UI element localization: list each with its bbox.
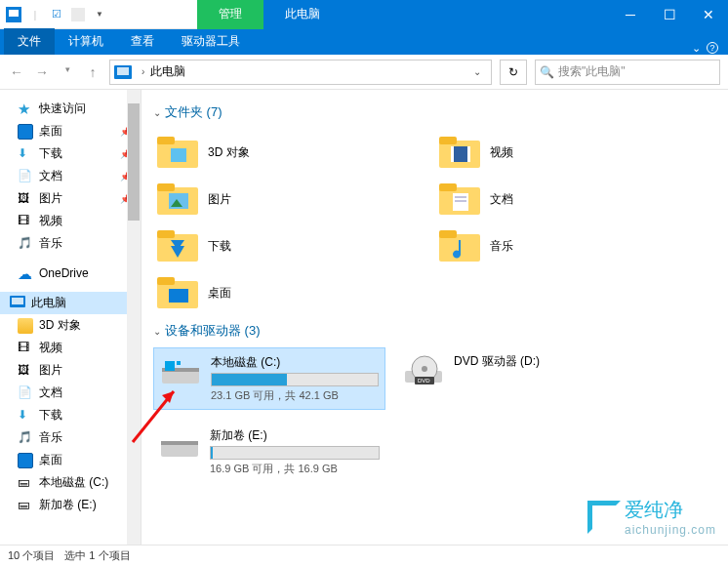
sidebar-label: 文档	[39, 168, 62, 184]
sidebar-label: 音乐	[39, 235, 62, 252]
sidebar-quick-access[interactable]: ★ 快速访问	[0, 98, 141, 120]
sidebar-item-videos2[interactable]: 🎞视频	[0, 337, 141, 359]
folder-icon	[439, 135, 480, 170]
sidebar-label: 视频	[39, 213, 62, 229]
folder-grid: 3D 对象 视频 图片 文档 下载 音乐 桌面	[153, 129, 716, 316]
maximize-button[interactable]: ☐	[650, 0, 689, 29]
folder-label: 3D 对象	[208, 144, 250, 161]
folder-music[interactable]: 音乐	[435, 222, 717, 269]
drive-info: 新加卷 (E:) 16.9 GB 可用，共 16.9 GB	[210, 427, 380, 476]
group-folders[interactable]: ⌄文件夹 (7)	[153, 103, 716, 121]
drive-bar-fill	[211, 447, 213, 459]
sidebar-label: 文档	[39, 384, 62, 401]
sidebar-thispc[interactable]: 此电脑	[0, 292, 141, 314]
drive-name: DVD 驱动器 (D:)	[454, 353, 624, 370]
sidebar-scrollbar[interactable]	[127, 90, 141, 545]
download-icon: ⬇	[18, 146, 33, 162]
sidebar-item-documents[interactable]: 📄文档📌	[0, 165, 141, 187]
sidebar-item-downloads2[interactable]: ⬇下载	[0, 404, 141, 426]
minimize-button[interactable]: ─	[611, 0, 650, 29]
sidebar-item-drive-e[interactable]: 🖴新加卷 (E:)	[0, 494, 141, 516]
refresh-button[interactable]: ↻	[500, 60, 527, 85]
drive-e[interactable]: 新加卷 (E:) 16.9 GB 可用，共 16.9 GB	[153, 422, 385, 482]
folder-label: 视频	[490, 144, 513, 161]
folder-label: 桌面	[208, 285, 231, 302]
navbar: ← → ▾ ↑ › 此电脑 ⌄ ↻ 🔍 搜索"此电脑"	[0, 55, 728, 90]
ribbon-expand-icon[interactable]: ⌄	[692, 42, 701, 55]
folder-icon	[439, 228, 480, 263]
sidebar-item-music2[interactable]: 🎵音乐	[0, 426, 141, 449]
group-label: 文件夹 (7)	[165, 104, 222, 119]
qat-checkbox[interactable]: ☑	[47, 5, 66, 24]
address-bar[interactable]: › 此电脑 ⌄	[109, 60, 492, 85]
tab-drive-tools[interactable]: 驱动器工具	[168, 28, 254, 55]
status-selection: 选中 1 个项目	[64, 548, 130, 563]
group-label: 设备和驱动器 (3)	[165, 323, 261, 338]
drive-name: 本地磁盘 (C:)	[211, 354, 379, 371]
dvd-icon: DVD	[403, 353, 444, 388]
sidebar-item-music[interactable]: 🎵音乐	[0, 232, 141, 255]
svg-rect-32	[169, 289, 188, 303]
drive-name: 新加卷 (E:)	[210, 427, 380, 444]
sidebar-item-desktop2[interactable]: 桌面	[0, 449, 141, 471]
tab-file[interactable]: 文件	[4, 28, 55, 55]
watermark: 爱纯净 aichunjing.com	[587, 497, 716, 537]
sidebar-item-3d[interactable]: 3D 对象	[0, 314, 141, 337]
back-button[interactable]: ←	[8, 64, 25, 80]
qat-item[interactable]	[68, 5, 88, 24]
breadcrumb[interactable]: 此电脑	[150, 63, 467, 80]
up-button[interactable]: ↑	[84, 64, 101, 80]
folder-label: 音乐	[490, 238, 513, 255]
sidebar-label: 图片	[39, 362, 62, 379]
tab-view[interactable]: 查看	[117, 28, 168, 55]
close-button[interactable]: ✕	[689, 0, 728, 29]
folder-videos[interactable]: 视频	[435, 129, 717, 176]
folder-pictures[interactable]: 图片	[153, 176, 435, 222]
sidebar-item-pictures[interactable]: 🖼图片📌	[0, 187, 141, 210]
download-icon: ⬇	[18, 408, 33, 424]
main-view: ⌄文件夹 (7) 3D 对象 视频 图片 文档 下载 音乐 桌面 ⌄设备和驱动器…	[142, 90, 728, 545]
drive-grid: 本地磁盘 (C:) 23.1 GB 可用，共 42.1 GB DVD DVD 驱…	[153, 347, 716, 482]
sidebar-item-documents2[interactable]: 📄文档	[0, 382, 141, 404]
forward-button[interactable]: →	[33, 64, 51, 80]
sidebar-label: 下载	[39, 145, 62, 162]
address-icon	[114, 63, 132, 81]
sidebar-item-videos[interactable]: 🎞视频	[0, 210, 141, 232]
svg-rect-6	[12, 298, 23, 304]
svg-rect-8	[157, 137, 175, 144]
drive-c[interactable]: 本地磁盘 (C:) 23.1 GB 可用，共 42.1 GB	[153, 347, 385, 410]
folder-documents[interactable]: 文档	[435, 176, 717, 222]
sidebar-item-downloads[interactable]: ⬇下载📌	[0, 142, 141, 165]
svg-rect-43	[161, 441, 198, 445]
contextual-tab-manage[interactable]: 管理	[197, 0, 263, 29]
nav-arrows: ← → ▾ ↑	[8, 64, 101, 80]
search-input[interactable]: 🔍 搜索"此电脑"	[535, 60, 720, 85]
tab-computer[interactable]: 计算机	[55, 28, 117, 55]
drive-icon	[159, 427, 200, 463]
recent-dropdown-icon[interactable]: ▾	[59, 64, 76, 80]
folder-3d[interactable]: 3D 对象	[153, 129, 435, 176]
breadcrumb-chevron-icon[interactable]: ›	[136, 66, 150, 77]
picture-icon: 🖼	[18, 191, 33, 207]
qat-sep: |	[25, 5, 45, 24]
qat-dropdown-icon[interactable]: ▼	[90, 5, 109, 24]
drive-icon: 🖴	[18, 498, 33, 513]
folder-downloads[interactable]: 下载	[153, 222, 435, 269]
scrollbar-thumb[interactable]	[128, 103, 140, 221]
group-drives[interactable]: ⌄设备和驱动器 (3)	[153, 322, 716, 340]
drive-status: 23.1 GB 可用，共 42.1 GB	[211, 388, 379, 403]
app-icon	[4, 5, 23, 24]
sidebar-item-pictures2[interactable]: 🖼图片	[0, 359, 141, 382]
svg-rect-31	[157, 277, 175, 285]
folder-desktop[interactable]: 桌面	[153, 269, 435, 316]
sidebar-onedrive[interactable]: ☁OneDrive	[0, 263, 141, 284]
sidebar-item-drive-c[interactable]: 🖴本地磁盘 (C:)	[0, 471, 141, 494]
svg-rect-1	[9, 10, 19, 17]
sidebar-item-desktop[interactable]: 桌面📌	[0, 120, 141, 142]
sidebar-label: 桌面	[39, 123, 62, 140]
desktop-icon	[18, 453, 33, 468]
address-dropdown-icon[interactable]: ⌄	[467, 66, 487, 77]
sidebar-label: 下载	[39, 407, 62, 424]
help-icon[interactable]: ?	[707, 42, 718, 54]
drive-dvd[interactable]: DVD DVD 驱动器 (D:)	[397, 347, 629, 410]
